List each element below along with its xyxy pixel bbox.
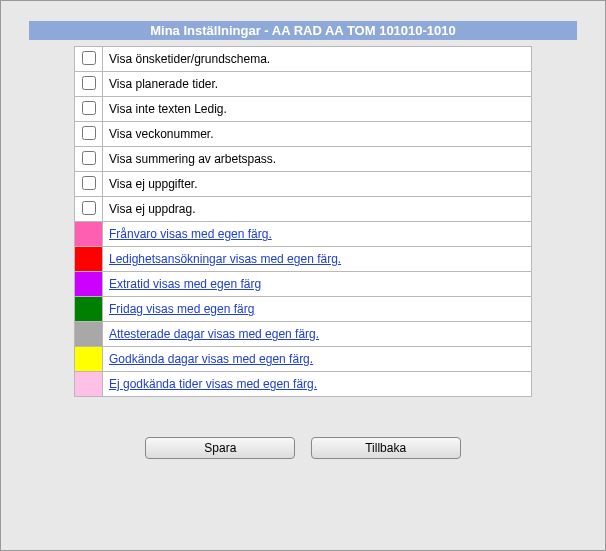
setting-label: Visa önsketider/grundschema. (103, 47, 532, 72)
table-row: Visa inte texten Ledig. (75, 97, 532, 122)
table-row: Attesterade dagar visas med egen färg. (75, 322, 532, 347)
button-row: Spara Tillbaka (1, 437, 605, 459)
checkbox-ej-uppgifter[interactable] (82, 176, 96, 190)
color-swatch-extratid (75, 272, 103, 297)
checkbox-onsketider[interactable] (82, 51, 96, 65)
color-link-fridag[interactable]: Fridag visas med egen färg (109, 302, 254, 316)
table-row: Visa önsketider/grundschema. (75, 47, 532, 72)
table-row: Visa summering av arbetspass. (75, 147, 532, 172)
table-row: Fridag visas med egen färg (75, 297, 532, 322)
setting-label: Visa inte texten Ledig. (103, 97, 532, 122)
color-link-extratid[interactable]: Extratid visas med egen färg (109, 277, 261, 291)
table-row: Ledighetsansökningar visas med egen färg… (75, 247, 532, 272)
setting-label: Visa ej uppgifter. (103, 172, 532, 197)
checkbox-ej-uppdrag[interactable] (82, 201, 96, 215)
color-link-ej-godkanda[interactable]: Ej godkända tider visas med egen färg. (109, 377, 317, 391)
color-link-attesterade[interactable]: Attesterade dagar visas med egen färg. (109, 327, 319, 341)
settings-table: Visa önsketider/grundschema. Visa planer… (74, 46, 532, 397)
checkbox-ledig-text[interactable] (82, 101, 96, 115)
color-swatch-ej-godkanda (75, 372, 103, 397)
color-swatch-fridag (75, 297, 103, 322)
table-row: Frånvaro visas med egen färg. (75, 222, 532, 247)
setting-label: Visa ej uppdrag. (103, 197, 532, 222)
setting-label: Visa planerade tider. (103, 72, 532, 97)
color-swatch-attesterade (75, 322, 103, 347)
save-button[interactable]: Spara (145, 437, 295, 459)
page-title: Mina Inställningar - AA RAD AA TOM 10101… (29, 21, 577, 40)
color-link-franvaro[interactable]: Frånvaro visas med egen färg. (109, 227, 272, 241)
table-row: Extratid visas med egen färg (75, 272, 532, 297)
settings-panel: Mina Inställningar - AA RAD AA TOM 10101… (0, 0, 606, 551)
checkbox-planerade-tider[interactable] (82, 76, 96, 90)
table-row: Ej godkända tider visas med egen färg. (75, 372, 532, 397)
color-swatch-godkanda (75, 347, 103, 372)
table-row: Godkända dagar visas med egen färg. (75, 347, 532, 372)
color-swatch-franvaro (75, 222, 103, 247)
setting-label: Visa veckonummer. (103, 122, 532, 147)
table-row: Visa ej uppgifter. (75, 172, 532, 197)
back-button[interactable]: Tillbaka (311, 437, 461, 459)
color-link-ledighet[interactable]: Ledighetsansökningar visas med egen färg… (109, 252, 341, 266)
setting-label: Visa summering av arbetspass. (103, 147, 532, 172)
checkbox-summering[interactable] (82, 151, 96, 165)
checkbox-veckonummer[interactable] (82, 126, 96, 140)
table-row: Visa veckonummer. (75, 122, 532, 147)
color-link-godkanda[interactable]: Godkända dagar visas med egen färg. (109, 352, 313, 366)
color-swatch-ledighet (75, 247, 103, 272)
table-row: Visa ej uppdrag. (75, 197, 532, 222)
table-row: Visa planerade tider. (75, 72, 532, 97)
